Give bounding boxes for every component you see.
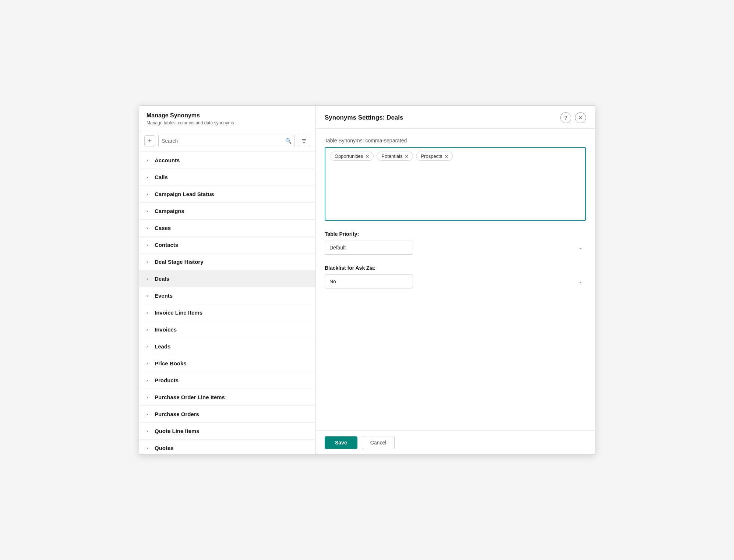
sidebar-item-label: Cases [155, 225, 171, 231]
tag-label: Opportunities [335, 153, 363, 159]
right-content: Table Synonyms: comma-separated Opportun… [316, 129, 595, 430]
sidebar-item-label: Purchase Order Line Items [155, 394, 225, 400]
filter-icon [301, 138, 307, 144]
sidebar-item-quote-line-items[interactable]: › Quote Line Items [139, 423, 315, 440]
sidebar-item-invoices[interactable]: › Invoices [139, 321, 315, 338]
right-header-actions: ? ✕ [560, 112, 586, 123]
left-header: Manage Synonyms Manage tables, columns a… [139, 106, 315, 130]
chevron-icon: › [147, 276, 151, 281]
chevron-icon: › [147, 158, 151, 163]
table-synonyms-section: Table Synonyms: comma-separated Opportun… [325, 138, 586, 221]
cancel-button[interactable]: Cancel [362, 436, 395, 449]
sidebar-item-calls[interactable]: › Calls [139, 169, 315, 186]
chevron-icon: › [147, 395, 151, 400]
sidebar-item-label: Campaign Lead Status [155, 191, 214, 197]
left-panel-title: Manage Synonyms [147, 112, 308, 119]
chevron-icon: › [147, 242, 151, 248]
tag-input[interactable] [456, 152, 520, 157]
close-button[interactable]: ✕ [575, 112, 586, 123]
chevron-down-icon-2: ⌄ [579, 279, 582, 284]
chevron-icon: › [147, 344, 151, 349]
sidebar-item-invoice-line-items[interactable]: › Invoice Line Items [139, 304, 315, 321]
sidebar-item-campaigns[interactable]: › Campaigns [139, 203, 315, 220]
save-button[interactable]: Save [325, 436, 357, 449]
sidebar-item-label: Quote Line Items [155, 428, 200, 434]
sidebar-item-events[interactable]: › Events [139, 287, 315, 304]
table-priority-select[interactable]: DefaultHighLow [325, 241, 413, 255]
sidebar-item-label: Calls [155, 174, 168, 180]
sidebar-item-label: Products [155, 377, 179, 383]
help-icon: ? [564, 115, 567, 121]
sidebar-item-deal-stage-history[interactable]: › Deal Stage History [139, 254, 315, 270]
modal-footer: Save Cancel [316, 430, 595, 454]
sidebar-item-label: Campaigns [155, 208, 184, 214]
sidebar-item-quotes[interactable]: › Quotes [139, 440, 315, 454]
sidebar-item-label: Invoices [155, 326, 177, 333]
chevron-icon: › [147, 378, 151, 383]
table-priority-section: Table Priority: DefaultHighLow ⌄ [325, 231, 586, 255]
sidebar-item-campaign-lead-status[interactable]: › Campaign Lead Status [139, 186, 315, 203]
sidebar-item-products[interactable]: › Products [139, 372, 315, 389]
chevron-icon: › [147, 175, 151, 180]
modal-container: Manage Synonyms Manage tables, columns a… [139, 105, 595, 455]
tag-remove-button[interactable]: ✕ [444, 154, 449, 159]
search-input[interactable] [162, 138, 285, 144]
left-panel-subtitle: Manage tables, columns and data synonyms [147, 120, 308, 125]
sidebar-item-purchase-orders[interactable]: › Purchase Orders [139, 406, 315, 423]
sidebar-item-label: Invoice Line Items [155, 309, 202, 316]
search-bar: + 🔍 [139, 130, 315, 152]
sidebar-item-label: Accounts [155, 157, 180, 163]
sidebar-item-leads[interactable]: › Leads [139, 338, 315, 355]
left-panel: Manage Synonyms Manage tables, columns a… [139, 106, 316, 454]
sidebar-item-label: Quotes [155, 445, 174, 451]
search-input-wrap[interactable]: 🔍 [158, 135, 295, 147]
blacklist-section: Blacklist for Ask Zia: NoYes ⌄ [325, 265, 586, 288]
sidebar-item-label: Deal Stage History [155, 259, 204, 265]
tags-input-container[interactable]: Opportunities✕Potentials✕Prospects✕ [325, 147, 586, 221]
blacklist-select[interactable]: NoYes [325, 274, 413, 288]
chevron-icon: › [147, 192, 151, 197]
sidebar-item-accounts[interactable]: › Accounts [139, 152, 315, 169]
filter-button[interactable] [298, 135, 310, 147]
sidebar-item-price-books[interactable]: › Price Books [139, 355, 315, 372]
right-panel: Synonyms Settings: Deals ? ✕ Table Synon… [316, 106, 595, 454]
table-synonyms-label: Table Synonyms: comma-separated [325, 138, 586, 143]
add-button[interactable]: + [144, 135, 155, 146]
right-panel-title: Synonyms Settings: Deals [325, 114, 403, 121]
tag-opportunities: Opportunities✕ [330, 152, 374, 161]
tag-prospects: Prospects✕ [416, 152, 453, 161]
help-button[interactable]: ? [560, 112, 571, 123]
tag-potentials: Potentials✕ [377, 152, 413, 161]
blacklist-select-wrap: NoYes ⌄ [325, 274, 586, 288]
sidebar-item-label: Leads [155, 343, 170, 350]
sidebar-item-label: Deals [155, 276, 169, 282]
chevron-icon: › [147, 412, 151, 417]
close-icon: ✕ [578, 115, 583, 121]
chevron-icon: › [147, 226, 151, 231]
blacklist-label: Blacklist for Ask Zia: [325, 265, 586, 271]
sidebar-item-label: Events [155, 293, 173, 299]
sidebar-item-purchase-order-line-items[interactable]: › Purchase Order Line Items [139, 389, 315, 406]
chevron-icon: › [147, 429, 151, 434]
table-priority-select-wrap: DefaultHighLow ⌄ [325, 241, 586, 255]
chevron-icon: › [147, 293, 151, 298]
tag-label: Prospects [421, 153, 442, 159]
sidebar-item-contacts[interactable]: › Contacts [139, 237, 315, 254]
sidebar-item-deals[interactable]: › Deals [139, 270, 315, 287]
table-priority-label: Table Priority: [325, 231, 586, 237]
chevron-icon: › [147, 327, 151, 332]
tag-label: Potentials [381, 153, 402, 159]
chevron-down-icon: ⌄ [579, 245, 582, 250]
sidebar-item-cases[interactable]: › Cases [139, 220, 315, 237]
sidebar-item-label: Price Books [155, 360, 187, 366]
tag-remove-button[interactable]: ✕ [405, 154, 409, 159]
chevron-icon: › [147, 361, 151, 366]
chevron-icon: › [147, 209, 151, 214]
nav-list: › Accounts › Calls › Campaign Lead Statu… [139, 152, 315, 454]
sidebar-item-label: Purchase Orders [155, 411, 199, 417]
chevron-icon: › [147, 259, 151, 265]
right-header: Synonyms Settings: Deals ? ✕ [316, 106, 595, 129]
chevron-icon: › [147, 310, 151, 315]
tag-remove-button[interactable]: ✕ [365, 154, 370, 159]
search-icon: 🔍 [285, 138, 292, 144]
